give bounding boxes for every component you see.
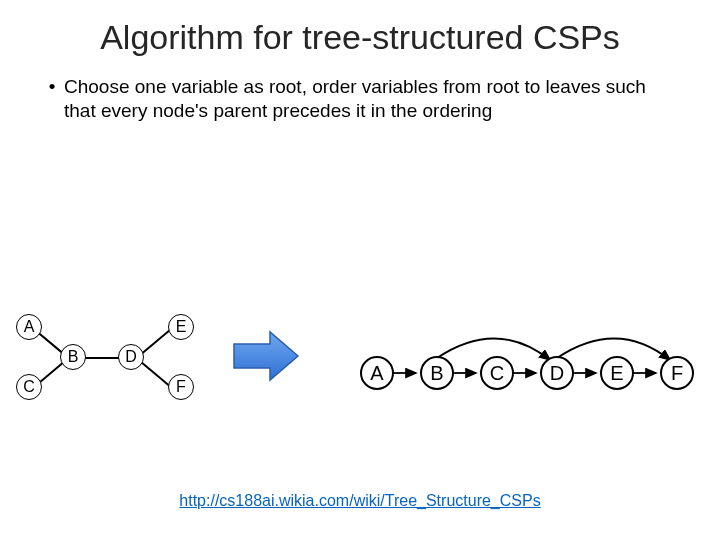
linear-node-f: F xyxy=(660,356,694,390)
node-label: E xyxy=(176,318,187,336)
source-link[interactable]: http://cs188ai.wikia.com/wiki/Tree_Struc… xyxy=(179,492,540,509)
tree-graph: A C B D E F xyxy=(10,312,210,432)
node-label: B xyxy=(430,362,443,385)
tree-node-f: F xyxy=(168,374,194,400)
node-label: A xyxy=(370,362,383,385)
node-label: A xyxy=(24,318,35,336)
bullet-dot: • xyxy=(40,75,64,123)
tree-node-a: A xyxy=(16,314,42,340)
node-label: C xyxy=(23,378,35,396)
tree-node-d: D xyxy=(118,344,144,370)
bullet-item: • Choose one variable as root, order var… xyxy=(40,75,680,123)
linear-node-e: E xyxy=(600,356,634,390)
tree-node-c: C xyxy=(16,374,42,400)
source-link-container: http://cs188ai.wikia.com/wiki/Tree_Struc… xyxy=(0,492,720,510)
edge-d-e xyxy=(140,327,173,355)
linear-ordering: A B C D E F xyxy=(340,310,710,420)
bullet-list: • Choose one variable as root, order var… xyxy=(0,67,720,123)
arrow-icon xyxy=(232,328,302,384)
tree-node-b: B xyxy=(60,344,86,370)
node-label: D xyxy=(550,362,564,385)
node-label: B xyxy=(68,348,79,366)
node-label: F xyxy=(671,362,683,385)
linear-node-b: B xyxy=(420,356,454,390)
edge-b-d xyxy=(82,357,122,359)
linear-node-d: D xyxy=(540,356,574,390)
linear-node-c: C xyxy=(480,356,514,390)
node-label: C xyxy=(490,362,504,385)
bullet-text: Choose one variable as root, order varia… xyxy=(64,75,680,123)
linear-node-a: A xyxy=(360,356,394,390)
diagram-area: A C B D E F xyxy=(0,300,720,470)
slide-title: Algorithm for tree-structured CSPs xyxy=(0,0,720,67)
node-label: E xyxy=(610,362,623,385)
tree-node-e: E xyxy=(168,314,194,340)
node-label: D xyxy=(125,348,137,366)
node-label: F xyxy=(176,378,186,396)
svg-marker-0 xyxy=(234,332,298,380)
ordering-arcs xyxy=(340,310,710,420)
